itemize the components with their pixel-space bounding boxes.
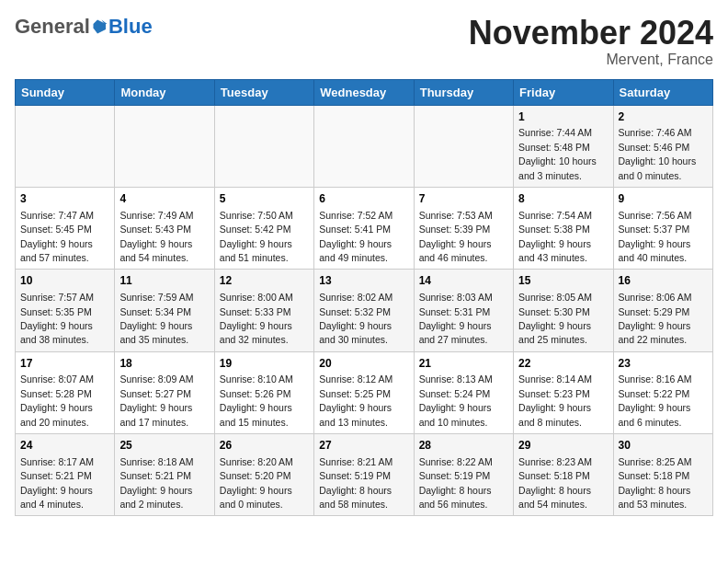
cell-info: Sunrise: 7:46 AMSunset: 5:46 PMDaylight:… xyxy=(619,127,697,180)
table-row: 2Sunrise: 7:46 AMSunset: 5:46 PMDaylight… xyxy=(613,105,712,187)
header-monday: Monday xyxy=(115,79,214,105)
table-row: 1Sunrise: 7:44 AMSunset: 5:48 PMDaylight… xyxy=(514,105,613,187)
cell-info: Sunrise: 8:07 AMSunset: 5:28 PMDaylight:… xyxy=(20,373,94,427)
day-number: 12 xyxy=(220,273,309,289)
cell-info: Sunrise: 8:00 AMSunset: 5:33 PMDaylight:… xyxy=(220,292,293,345)
table-row: 7Sunrise: 7:53 AMSunset: 5:39 PMDaylight… xyxy=(414,187,513,269)
day-number: 20 xyxy=(319,356,408,372)
table-row: 19Sunrise: 8:10 AMSunset: 5:26 PMDayligh… xyxy=(214,351,313,433)
day-number: 7 xyxy=(419,191,508,207)
logo-blue-text: Blue xyxy=(108,15,153,39)
day-number: 28 xyxy=(419,438,508,454)
cell-info: Sunrise: 8:17 AMSunset: 5:21 PMDaylight:… xyxy=(20,456,94,510)
table-row: 26Sunrise: 8:20 AMSunset: 5:20 PMDayligh… xyxy=(214,434,313,516)
day-number: 22 xyxy=(518,356,608,372)
location-subtitle: Mervent, France xyxy=(469,52,713,68)
cell-info: Sunrise: 8:14 AMSunset: 5:23 PMDaylight:… xyxy=(518,373,592,427)
cell-info: Sunrise: 8:06 AMSunset: 5:29 PMDaylight:… xyxy=(619,292,692,345)
day-number: 13 xyxy=(319,273,408,289)
calendar-week-row: 10Sunrise: 7:57 AMSunset: 5:35 PMDayligh… xyxy=(16,270,713,351)
cell-info: Sunrise: 7:59 AMSunset: 5:34 PMDaylight:… xyxy=(119,292,193,345)
table-row: 21Sunrise: 8:13 AMSunset: 5:24 PMDayligh… xyxy=(414,351,513,433)
cell-info: Sunrise: 8:18 AMSunset: 5:21 PMDaylight:… xyxy=(119,456,193,510)
table-row: 3Sunrise: 7:47 AMSunset: 5:45 PMDaylight… xyxy=(16,187,115,269)
table-row: 15Sunrise: 8:05 AMSunset: 5:30 PMDayligh… xyxy=(514,270,613,351)
cell-info: Sunrise: 8:23 AMSunset: 5:18 PMDaylight:… xyxy=(518,456,592,510)
cell-info: Sunrise: 8:22 AMSunset: 5:19 PMDaylight:… xyxy=(419,456,493,510)
day-number: 23 xyxy=(619,356,708,372)
table-row: 17Sunrise: 8:07 AMSunset: 5:28 PMDayligh… xyxy=(16,351,115,433)
day-number: 9 xyxy=(619,191,708,207)
day-number: 29 xyxy=(518,438,608,454)
day-number: 14 xyxy=(419,273,508,289)
cell-info: Sunrise: 8:16 AMSunset: 5:22 PMDaylight:… xyxy=(619,373,692,427)
table-row: 24Sunrise: 8:17 AMSunset: 5:21 PMDayligh… xyxy=(16,434,115,516)
header-tuesday: Tuesday xyxy=(214,79,313,105)
table-row: 8Sunrise: 7:54 AMSunset: 5:38 PMDaylight… xyxy=(514,187,613,269)
header-wednesday: Wednesday xyxy=(314,79,414,105)
table-row: 30Sunrise: 8:25 AMSunset: 5:18 PMDayligh… xyxy=(613,434,712,516)
table-row: 11Sunrise: 7:59 AMSunset: 5:34 PMDayligh… xyxy=(115,270,214,351)
day-number: 4 xyxy=(119,191,209,207)
table-row: 16Sunrise: 8:06 AMSunset: 5:29 PMDayligh… xyxy=(613,270,712,351)
table-row: 20Sunrise: 8:12 AMSunset: 5:25 PMDayligh… xyxy=(314,351,414,433)
day-number: 1 xyxy=(518,109,608,125)
day-number: 15 xyxy=(518,273,608,289)
day-number: 10 xyxy=(20,273,109,289)
logo-area: General Blue xyxy=(15,15,153,39)
cell-info: Sunrise: 8:25 AMSunset: 5:18 PMDaylight:… xyxy=(619,456,692,510)
calendar-week-row: 1Sunrise: 7:44 AMSunset: 5:48 PMDaylight… xyxy=(16,105,713,187)
day-number: 17 xyxy=(20,356,109,372)
table-row: 6Sunrise: 7:52 AMSunset: 5:41 PMDaylight… xyxy=(314,187,414,269)
day-number: 21 xyxy=(419,356,508,372)
table-row xyxy=(314,105,414,187)
calendar-table: Sunday Monday Tuesday Wednesday Thursday… xyxy=(15,79,713,517)
day-number: 11 xyxy=(119,273,209,289)
logo: General Blue xyxy=(15,15,153,39)
table-row: 18Sunrise: 8:09 AMSunset: 5:27 PMDayligh… xyxy=(115,351,214,433)
calendar-week-row: 24Sunrise: 8:17 AMSunset: 5:21 PMDayligh… xyxy=(16,434,713,516)
table-row: 13Sunrise: 8:02 AMSunset: 5:32 PMDayligh… xyxy=(314,270,414,351)
cell-info: Sunrise: 7:52 AMSunset: 5:41 PMDaylight:… xyxy=(319,210,392,263)
table-row: 23Sunrise: 8:16 AMSunset: 5:22 PMDayligh… xyxy=(613,351,712,433)
cell-info: Sunrise: 8:12 AMSunset: 5:25 PMDaylight:… xyxy=(319,373,392,427)
table-row: 29Sunrise: 8:23 AMSunset: 5:18 PMDayligh… xyxy=(514,434,613,516)
table-row xyxy=(214,105,313,187)
cell-info: Sunrise: 8:05 AMSunset: 5:30 PMDaylight:… xyxy=(518,292,592,345)
cell-info: Sunrise: 7:47 AMSunset: 5:45 PMDaylight:… xyxy=(20,210,94,263)
day-number: 3 xyxy=(20,191,109,207)
cell-info: Sunrise: 7:54 AMSunset: 5:38 PMDaylight:… xyxy=(518,210,592,263)
cell-info: Sunrise: 8:09 AMSunset: 5:27 PMDaylight:… xyxy=(119,373,193,427)
header: General Blue November 2024 Mervent, Fran… xyxy=(15,15,713,68)
cell-info: Sunrise: 7:44 AMSunset: 5:48 PMDaylight:… xyxy=(518,127,597,180)
cell-info: Sunrise: 7:53 AMSunset: 5:39 PMDaylight:… xyxy=(419,210,493,263)
table-row: 14Sunrise: 8:03 AMSunset: 5:31 PMDayligh… xyxy=(414,270,513,351)
day-number: 27 xyxy=(319,438,408,454)
day-number: 2 xyxy=(619,109,708,125)
table-row: 9Sunrise: 7:56 AMSunset: 5:37 PMDaylight… xyxy=(613,187,712,269)
table-row xyxy=(115,105,214,187)
day-number: 25 xyxy=(119,438,209,454)
table-row: 5Sunrise: 7:50 AMSunset: 5:42 PMDaylight… xyxy=(214,187,313,269)
table-row: 10Sunrise: 7:57 AMSunset: 5:35 PMDayligh… xyxy=(16,270,115,351)
cell-info: Sunrise: 7:49 AMSunset: 5:43 PMDaylight:… xyxy=(119,210,193,263)
table-row: 22Sunrise: 8:14 AMSunset: 5:23 PMDayligh… xyxy=(514,351,613,433)
day-number: 6 xyxy=(319,191,408,207)
logo-icon xyxy=(92,18,108,35)
calendar-week-row: 17Sunrise: 8:07 AMSunset: 5:28 PMDayligh… xyxy=(16,351,713,433)
day-number: 26 xyxy=(220,438,309,454)
weekday-header-row: Sunday Monday Tuesday Wednesday Thursday… xyxy=(16,79,713,105)
day-number: 18 xyxy=(119,356,209,372)
day-number: 5 xyxy=(220,191,309,207)
day-number: 8 xyxy=(518,191,608,207)
table-row: 25Sunrise: 8:18 AMSunset: 5:21 PMDayligh… xyxy=(115,434,214,516)
table-row: 4Sunrise: 7:49 AMSunset: 5:43 PMDaylight… xyxy=(115,187,214,269)
cell-info: Sunrise: 7:50 AMSunset: 5:42 PMDaylight:… xyxy=(220,210,293,263)
day-number: 16 xyxy=(619,273,708,289)
table-row: 12Sunrise: 8:00 AMSunset: 5:33 PMDayligh… xyxy=(214,270,313,351)
logo-general-text: General xyxy=(15,15,90,39)
header-thursday: Thursday xyxy=(414,79,513,105)
cell-info: Sunrise: 8:20 AMSunset: 5:20 PMDaylight:… xyxy=(220,456,293,510)
title-area: November 2024 Mervent, France xyxy=(469,15,713,68)
header-sunday: Sunday xyxy=(16,79,115,105)
